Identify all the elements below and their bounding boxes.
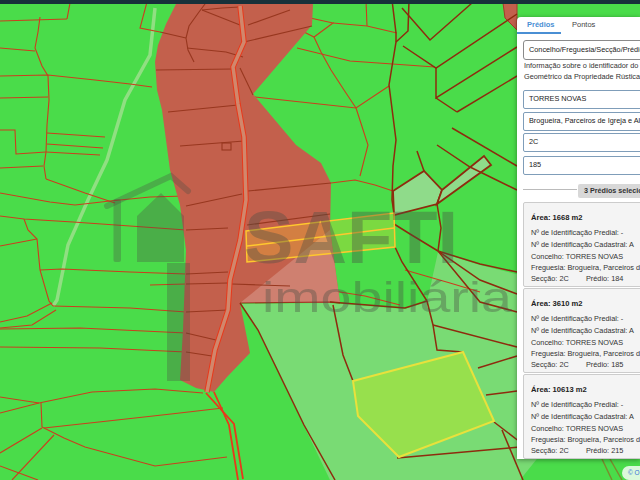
svg-text:imobiliária: imobiliária — [262, 274, 513, 321]
svg-text:SAFTI: SAFTI — [244, 196, 458, 279]
